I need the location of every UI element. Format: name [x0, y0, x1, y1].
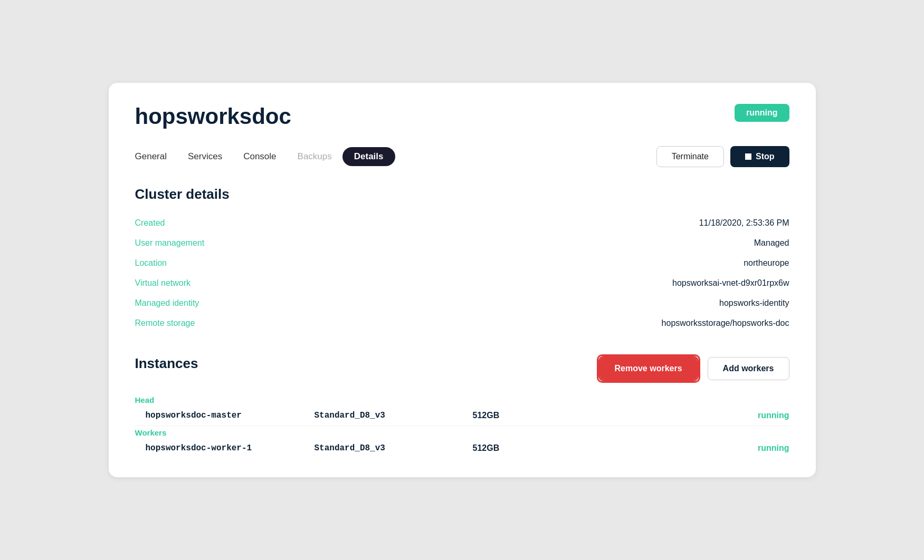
detail-row-user-management: User management Managed	[135, 233, 789, 253]
instances-actions: Remove workers Add workers	[597, 354, 789, 383]
cluster-details-section: Cluster details Created 11/18/2020, 2:53…	[135, 186, 789, 333]
tab-actions: Terminate Stop	[656, 146, 789, 167]
tab-backups: Backups	[287, 147, 342, 166]
stop-button[interactable]: Stop	[730, 146, 789, 167]
detail-row-managed-identity: Managed identity hopsworks-identity	[135, 293, 789, 313]
stop-icon	[745, 153, 751, 160]
table-row: hopsworksdoc-master Standard_D8_v3 512GB…	[135, 408, 789, 423]
detail-row-remote-storage: Remote storage hopsworksstorage/hopswork…	[135, 313, 789, 333]
instance-storage: 512GB	[473, 411, 578, 420]
tab-console[interactable]: Console	[233, 147, 287, 166]
cluster-title: hopsworksdoc	[135, 104, 291, 129]
detail-label-location: Location	[135, 258, 167, 268]
table-row: hopsworksdoc-worker-1 Standard_D8_v3 512…	[135, 440, 789, 456]
workers-group-label: Workers	[135, 428, 789, 437]
detail-label-managed-identity: Managed identity	[135, 298, 199, 308]
remove-workers-button[interactable]: Remove workers	[600, 358, 697, 380]
tab-details[interactable]: Details	[342, 147, 395, 166]
cluster-details-title: Cluster details	[135, 186, 789, 202]
main-card: hopsworksdoc running General Services Co…	[109, 83, 816, 477]
status-badge: running	[735, 104, 789, 122]
details-table: Created 11/18/2020, 2:53:36 PM User mana…	[135, 213, 789, 333]
instance-type: Standard_D8_v3	[315, 443, 473, 453]
instance-storage: 512GB	[473, 443, 578, 453]
remove-workers-highlight: Remove workers	[597, 354, 700, 383]
instance-name: hopsworksdoc-worker-1	[146, 443, 315, 453]
header-row: hopsworksdoc running	[135, 104, 789, 129]
instances-section: Instances Remove workers Add workers Hea…	[135, 354, 789, 456]
detail-row-location: Location northeurope	[135, 253, 789, 273]
detail-value-user-management: Managed	[754, 238, 789, 248]
detail-row-virtual-network: Virtual network hopsworksai-vnet-d9xr01r…	[135, 273, 789, 293]
detail-value-location: northeurope	[744, 258, 789, 268]
detail-label-user-management: User management	[135, 238, 205, 248]
terminate-button[interactable]: Terminate	[656, 146, 724, 167]
instance-name: hopsworksdoc-master	[146, 411, 315, 420]
instance-group-head: Head hopsworksdoc-master Standard_D8_v3 …	[135, 395, 789, 423]
instances-title: Instances	[135, 355, 198, 372]
detail-row-created: Created 11/18/2020, 2:53:36 PM	[135, 213, 789, 233]
detail-value-virtual-network: hopsworksai-vnet-d9xr01rpx6w	[672, 278, 789, 288]
tab-general[interactable]: General	[135, 147, 177, 166]
head-group-label: Head	[135, 395, 789, 404]
detail-label-remote-storage: Remote storage	[135, 318, 195, 328]
detail-value-managed-identity: hopsworks-identity	[719, 298, 789, 308]
tab-services[interactable]: Services	[177, 147, 233, 166]
divider	[135, 426, 789, 426]
tabs-row: General Services Console Backups Details…	[135, 146, 789, 167]
instance-type: Standard_D8_v3	[315, 411, 473, 420]
instance-status: running	[758, 411, 789, 420]
instance-group-workers: Workers hopsworksdoc-worker-1 Standard_D…	[135, 428, 789, 456]
detail-value-remote-storage: hopsworksstorage/hopsworks-doc	[662, 318, 789, 328]
instance-status: running	[758, 443, 789, 453]
add-workers-button[interactable]: Add workers	[708, 357, 789, 380]
instances-header: Instances Remove workers Add workers	[135, 354, 789, 383]
detail-value-created: 11/18/2020, 2:53:36 PM	[699, 218, 789, 228]
detail-label-created: Created	[135, 218, 165, 228]
detail-label-virtual-network: Virtual network	[135, 278, 191, 288]
